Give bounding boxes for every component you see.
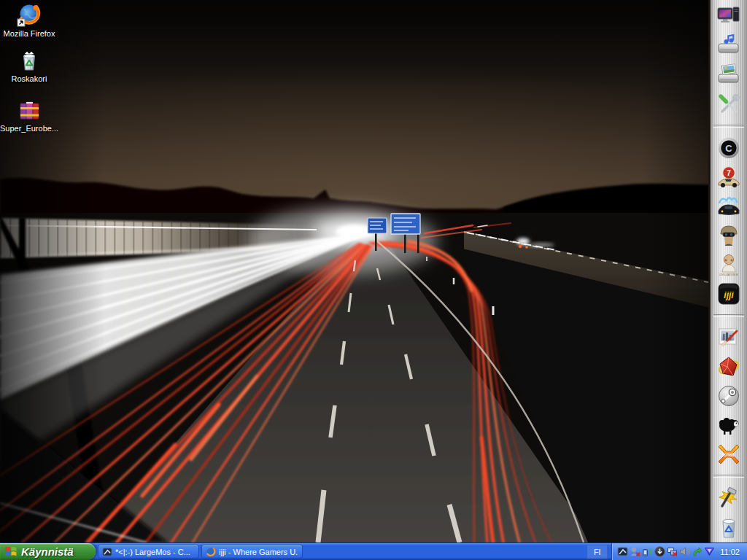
right-dock: C 7: [708, 0, 747, 542]
recycle-bin-icon: [17, 48, 42, 73]
winrar-books-icon: [17, 98, 42, 122]
dock-separator: [713, 475, 744, 478]
network-offline-tray-icon[interactable]: [667, 546, 678, 557]
wallpaper-night-highway: [0, 0, 747, 542]
firefox-icon: [206, 547, 216, 557]
desktop-icon-winrar-archive[interactable]: Super_Eurobe...: [1, 98, 57, 133]
xfire-icon[interactable]: chat: [716, 441, 742, 467]
desktop-icon-label: Roskakori: [12, 74, 47, 83]
dock-separator: [713, 125, 744, 128]
soldier-game-icon[interactable]: [716, 222, 742, 249]
task-button-ijji-firefox[interactable]: ijji - Where Gamers U...: [201, 545, 303, 559]
desktop-icon-label: Mozilla Firefox: [4, 29, 55, 38]
dock-separator: [713, 314, 744, 317]
volume-tray-icon[interactable]: [679, 546, 690, 557]
image-tool-tray-icon[interactable]: [617, 546, 628, 557]
system-tray: 11:02: [611, 543, 747, 560]
desktop-icon-label: Super_Eurobe...: [0, 124, 58, 133]
green-arrow-tray-icon[interactable]: [692, 546, 703, 557]
desktop-icon-recycle-bin[interactable]: Roskakori: [1, 48, 57, 83]
task-button-label: *<|:-) LargeMos - C...: [115, 548, 190, 556]
civilization-iv-icon[interactable]: CIVILIZATION IV: [716, 252, 742, 278]
wireless-device-tray-icon[interactable]: [642, 546, 653, 557]
hammer-tool-icon[interactable]: [716, 485, 742, 511]
language-indicator[interactable]: FI: [587, 545, 608, 559]
start-button[interactable]: Käynnistä: [0, 543, 96, 560]
start-label: Käynnistä: [21, 545, 74, 558]
racing-game-icon[interactable]: 7: [716, 164, 742, 190]
taskbar: Käynnistä *<|:-) LargeMos - C... ijji - …: [0, 542, 747, 560]
clock-arrow-tray-icon[interactable]: [654, 546, 665, 557]
black-sheep-icon[interactable]: [716, 412, 742, 438]
ijji-icon[interactable]: ijji: [716, 281, 742, 307]
svg-text:ijji: ijji: [724, 290, 734, 300]
svg-text:7: 7: [727, 169, 731, 177]
task-button-largemos[interactable]: *<|:-) LargeMos - C...: [98, 545, 199, 559]
desktop[interactable]: Mozilla Firefox Roskakori: [0, 0, 747, 542]
dock-recycle-bin-icon[interactable]: [716, 514, 742, 540]
svg-text:CIVILIZATION IV: CIVILIZATION IV: [719, 273, 738, 276]
blue-triangle-tray-icon[interactable]: [704, 546, 715, 557]
task-button-label: ijji - Where Gamers U...: [219, 548, 298, 556]
image-viewer-icon: [102, 547, 112, 557]
red-gem-game-icon[interactable]: [716, 354, 742, 380]
c-ring-game-icon[interactable]: C: [716, 135, 742, 161]
taskbar-empty-area: [303, 543, 587, 560]
steam-icon[interactable]: [716, 383, 742, 409]
desktop-icon-firefox[interactable]: Mozilla Firefox: [1, 3, 57, 38]
pictures-drive-icon[interactable]: [716, 62, 742, 88]
paint-dotnet-icon[interactable]: [716, 324, 742, 351]
svg-text:chat: chat: [724, 452, 735, 457]
taskbar-clock[interactable]: 11:02: [720, 548, 740, 556]
splash-car-game-icon[interactable]: [716, 193, 742, 219]
tools-icon[interactable]: [716, 91, 742, 117]
firefox-icon: [17, 3, 42, 28]
person-offline-tray-icon[interactable]: [630, 546, 640, 557]
svg-text:C: C: [725, 143, 732, 154]
windows-flag-icon: [4, 545, 18, 559]
music-drive-icon[interactable]: [716, 33, 742, 59]
my-computer-icon[interactable]: [716, 4, 742, 30]
